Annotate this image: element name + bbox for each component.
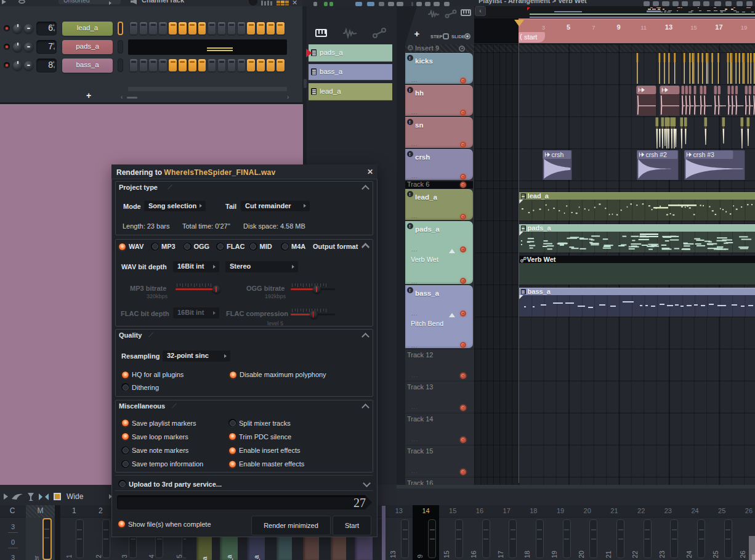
- svg-text:crsh #2: crsh #2: [645, 151, 667, 158]
- svg-text:crsh: crsh: [551, 151, 563, 158]
- svg-text:crsh #3: crsh #3: [693, 151, 714, 158]
